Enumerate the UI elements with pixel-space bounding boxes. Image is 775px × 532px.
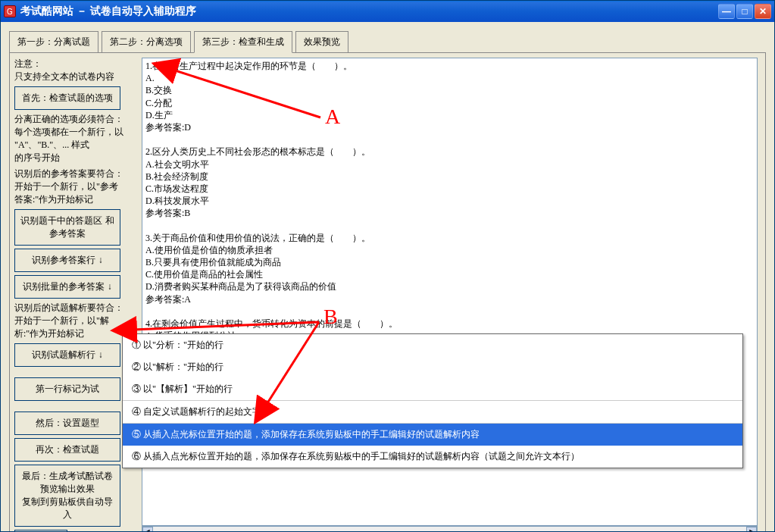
tab-step2[interactable]: 第二步：分离选项 [102, 31, 191, 53]
dropdown-item-3[interactable]: ③ 以"【解析】"开始的行 [123, 378, 742, 400]
analysis-dropdown: ① 以"分析："开始的行 ② 以"解析："开始的行 ③ 以"【解析】"开始的行 … [122, 333, 743, 468]
app-icon: G [4, 5, 16, 17]
btn-recheck[interactable]: 再次：检查试题 [14, 438, 120, 462]
dropdown-item-5[interactable]: ⑤ 从插入点光标位置开始的题，添加保存在系统剪贴板中的手工编辑好的试题解析内容 [123, 423, 742, 446]
titlebar: G 考试酷网站 － 试卷自动导入辅助程序 ― □ ✕ [1, 1, 774, 22]
dropdown-item-1[interactable]: ① 以"分析："开始的行 [123, 334, 742, 356]
btn-firstline-mark[interactable]: 第一行标记为试 [14, 377, 120, 401]
dropdown-item-4[interactable]: ④ 自定义试题解析行的起始文字 [123, 400, 742, 423]
annotation-a: A [325, 105, 340, 129]
dropdown-item-2[interactable]: ② 以"解析："开始的行 [123, 356, 742, 378]
btn-generate[interactable]: 最后：生成考试酷试卷 预览输出效果 复制到剪贴板供自动导入 [14, 465, 120, 527]
dropdown-item-6[interactable]: ⑥ 从插入点光标位置开始的题，添加保存在系统剪贴板中的手工编辑好的试题解析内容（… [123, 446, 742, 468]
window-title: 考试酷网站 － 试卷自动导入辅助程序 [20, 5, 718, 18]
help-options: 分离正确的选项必须符合： 每个选项都在一个新行，以 "A"、"B."、... 样… [14, 113, 136, 164]
help-answers: 识别后的参考答案要符合： 开始于一个新行，以"参考 答案:"作为开始标记 [14, 167, 136, 206]
scroll-right-icon[interactable]: ► [746, 527, 757, 531]
scroll-left-icon[interactable]: ◄ [142, 527, 153, 531]
btn-set-type[interactable]: 然后：设置题型 [14, 412, 120, 435]
btn-answer-area[interactable]: 识别题干中的答题区 和参考答案 [14, 209, 120, 246]
sidebar: 注意： 只支持全文本的试卷内容 首先：检查试题的选项 分离正确的选项必须符合： … [14, 58, 136, 531]
minimize-button[interactable]: ― [718, 4, 735, 19]
btn-answer-batch[interactable]: 识别批量的参考答案 ↓ [14, 275, 120, 299]
tab-step3[interactable]: 第三步：检查和生成 [194, 31, 292, 53]
annotation-b: B [323, 305, 338, 329]
tab-step1[interactable]: 第一步：分离试题 [9, 31, 98, 53]
q3-stem: 3.关于商品价值和使用价值的说法，正确的是（ ）。 [145, 232, 754, 244]
close-button[interactable]: ✕ [755, 4, 771, 19]
btn-answer-line[interactable]: 识别参考答案行 ↓ [14, 249, 120, 272]
btn-check-options[interactable]: 首先：检查试题的选项 [14, 86, 120, 110]
note-label: 注意： 只支持全文本的试卷内容 [14, 58, 136, 83]
btn-clear[interactable]: 清空重置 [14, 530, 67, 531]
q2-stem: 2.区分人类历史上不同社会形态的根本标志是（ ）。 [145, 146, 754, 158]
maximize-button[interactable]: □ [736, 4, 753, 19]
tab-strip: 第一步：分离试题 第二步：分离选项 第三步：检查和生成 效果预览 [5, 26, 770, 52]
horizontal-scrollbar[interactable]: ◄ ► [142, 526, 758, 531]
q1-stem: 1.在社会生产过程中起决定作用的环节是（ ）。 [145, 60, 754, 72]
tab-preview[interactable]: 效果预览 [295, 31, 348, 53]
help-analysis: 识别后的试题解析要符合： 开始于一个新行，以"解 析:"作为开始标记 [14, 302, 136, 340]
btn-analysis-line[interactable]: 识别试题解析行 ↓ [14, 343, 120, 367]
tab-body: 注意： 只支持全文本的试卷内容 首先：检查试题的选项 分离正确的选项必须符合： … [9, 52, 766, 531]
q4-stem: 4.在剩余价值产生过程中，货币转化为资本的前提是（ ）。 [145, 318, 754, 330]
